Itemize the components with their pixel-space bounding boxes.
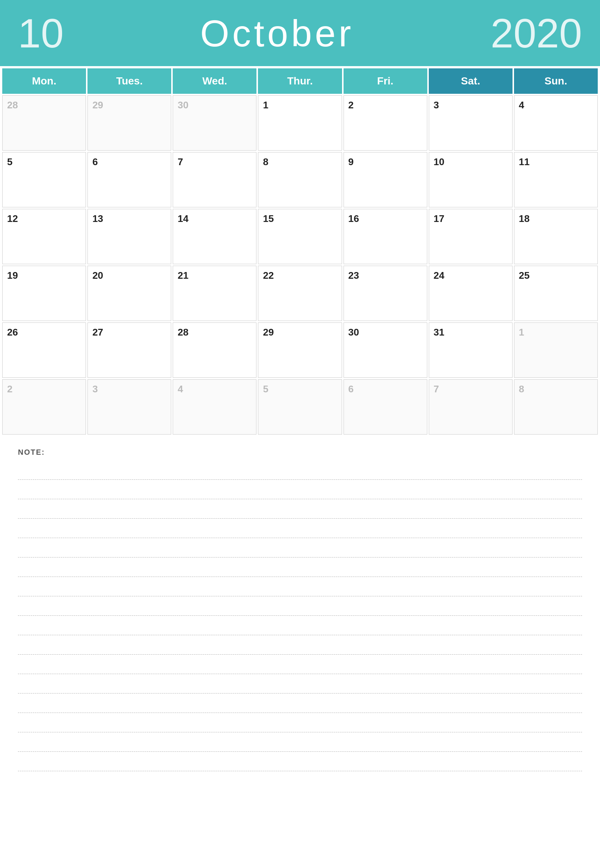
note-line xyxy=(18,538,582,558)
day-number: 7 xyxy=(433,383,439,395)
day-cell: 8 xyxy=(514,379,598,434)
month-number: 10 xyxy=(18,13,64,54)
day-number: 27 xyxy=(92,327,103,338)
day-number: 9 xyxy=(348,156,354,167)
day-number: 2 xyxy=(7,383,12,395)
day-number: 5 xyxy=(7,156,12,167)
day-cell: 24 xyxy=(429,266,512,321)
day-number: 4 xyxy=(177,383,183,395)
day-cell: 1 xyxy=(514,322,598,378)
day-cell: 3 xyxy=(88,379,171,434)
day-cell: 17 xyxy=(429,209,512,264)
day-cell: 16 xyxy=(344,209,427,264)
note-line xyxy=(18,596,582,616)
day-number: 3 xyxy=(92,383,98,395)
weekday-header: Fri. xyxy=(344,68,427,94)
day-cell: 30 xyxy=(344,322,427,378)
day-cell: 13 xyxy=(88,209,171,264)
day-cell: 29 xyxy=(258,322,342,378)
note-line xyxy=(18,616,582,635)
day-number: 7 xyxy=(177,156,183,167)
day-cell: 29 xyxy=(88,95,171,151)
note-line xyxy=(18,635,582,655)
day-number: 28 xyxy=(177,327,188,338)
day-cell: 11 xyxy=(514,152,598,207)
weekday-header: Mon. xyxy=(2,68,86,94)
weekday-header: Wed. xyxy=(173,68,256,94)
day-cell: 22 xyxy=(258,266,342,321)
day-number: 30 xyxy=(177,100,188,110)
note-line xyxy=(18,713,582,732)
day-cell: 31 xyxy=(429,322,512,378)
calendar-grid: 2829301234567891011121314151617181920212… xyxy=(0,94,600,437)
day-number: 21 xyxy=(177,270,188,281)
day-cell: 3 xyxy=(429,95,512,151)
notes-section: NOTE: xyxy=(0,437,600,779)
note-line xyxy=(18,577,582,596)
day-cell: 2 xyxy=(2,379,86,434)
day-number: 1 xyxy=(263,100,268,110)
note-line xyxy=(18,694,582,713)
day-cell: 30 xyxy=(173,95,256,151)
day-cell: 5 xyxy=(2,152,86,207)
day-cell: 6 xyxy=(88,152,171,207)
day-number: 24 xyxy=(433,270,444,281)
day-number: 3 xyxy=(433,100,439,110)
note-line xyxy=(18,752,582,771)
day-number: 8 xyxy=(263,156,268,167)
day-number: 29 xyxy=(92,100,103,110)
calendar-header: 10 October 2020 xyxy=(0,0,600,66)
day-cell: 25 xyxy=(514,266,598,321)
day-cell: 19 xyxy=(2,266,86,321)
day-number: 8 xyxy=(519,383,524,395)
note-line xyxy=(18,519,582,538)
day-cell: 1 xyxy=(258,95,342,151)
day-number: 18 xyxy=(519,213,530,224)
day-number: 25 xyxy=(519,270,530,281)
day-cell: 6 xyxy=(344,379,427,434)
note-line xyxy=(18,499,582,519)
month-name: October xyxy=(200,15,354,52)
day-cell: 15 xyxy=(258,209,342,264)
weekday-header: Sat. xyxy=(429,68,512,94)
day-number: 15 xyxy=(263,213,274,224)
day-cell: 4 xyxy=(514,95,598,151)
day-cell: 9 xyxy=(344,152,427,207)
day-number: 26 xyxy=(7,327,18,338)
notes-label: NOTE: xyxy=(18,448,582,457)
note-line xyxy=(18,558,582,577)
day-number: 23 xyxy=(348,270,359,281)
day-cell: 7 xyxy=(173,152,256,207)
day-cell: 28 xyxy=(2,95,86,151)
weekday-header: Sun. xyxy=(514,68,598,94)
day-number: 28 xyxy=(7,100,18,110)
day-cell: 23 xyxy=(344,266,427,321)
note-line xyxy=(18,732,582,752)
day-cell: 21 xyxy=(173,266,256,321)
day-number: 6 xyxy=(92,156,98,167)
day-cell: 8 xyxy=(258,152,342,207)
day-cell: 10 xyxy=(429,152,512,207)
day-cell: 7 xyxy=(429,379,512,434)
day-number: 11 xyxy=(519,156,530,167)
note-line xyxy=(18,460,582,480)
day-number: 16 xyxy=(348,213,359,224)
day-number: 4 xyxy=(519,100,524,110)
day-cell: 26 xyxy=(2,322,86,378)
day-number: 14 xyxy=(177,213,188,224)
day-cell: 2 xyxy=(344,95,427,151)
weekday-header: Tues. xyxy=(88,68,171,94)
weekday-header-row: Mon.Tues.Wed.Thur.Fri.Sat.Sun. xyxy=(0,66,600,94)
note-line xyxy=(18,480,582,499)
day-number: 22 xyxy=(263,270,274,281)
year: 2020 xyxy=(491,13,582,54)
day-number: 5 xyxy=(263,383,268,395)
day-cell: 4 xyxy=(173,379,256,434)
day-cell: 20 xyxy=(88,266,171,321)
day-number: 29 xyxy=(263,327,274,338)
day-number: 10 xyxy=(433,156,444,167)
note-line xyxy=(18,655,582,674)
day-cell: 18 xyxy=(514,209,598,264)
note-line xyxy=(18,674,582,694)
day-cell: 27 xyxy=(88,322,171,378)
